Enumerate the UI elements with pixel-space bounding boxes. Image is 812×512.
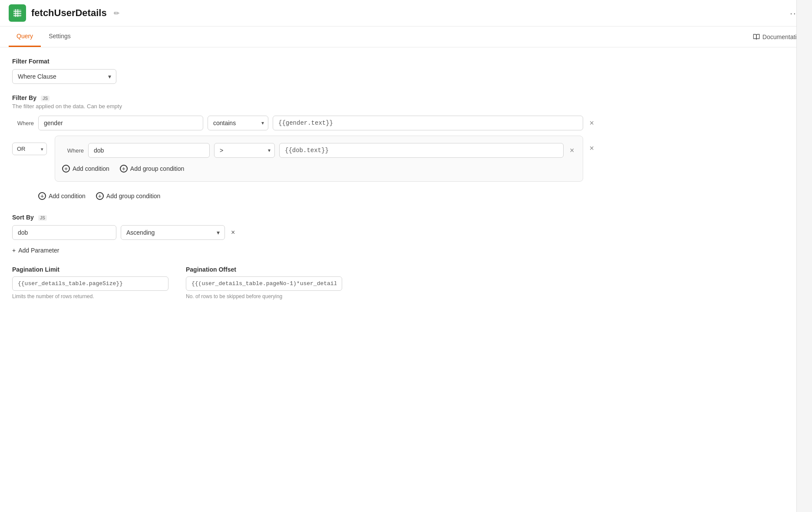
pagination-offset-sublabel: No. of rows to be skipped before queryin…: [186, 293, 342, 299]
group-add-row: + Add condition + Add group condition: [62, 163, 576, 174]
edit-icon[interactable]: ✏: [114, 9, 119, 17]
group-add-group-btn[interactable]: + Add group condition: [120, 163, 185, 174]
app-header: fetchUserDetails ✏ ···: [0, 0, 812, 27]
filter-by-label: Filter By JS: [12, 94, 596, 101]
group-add-condition-btn[interactable]: + Add condition: [62, 163, 109, 174]
pagination-limit-sublabel: Limits the number of rows returned.: [12, 293, 168, 299]
group-close[interactable]: ×: [588, 143, 596, 154]
sort-close-btn[interactable]: ×: [229, 227, 237, 238]
group-field[interactable]: [88, 143, 210, 158]
group-operator[interactable]: > contains = != <: [214, 143, 275, 158]
sort-order-wrapper: Ascending Descending: [121, 225, 225, 240]
or-connector-select[interactable]: OR AND: [12, 143, 47, 155]
pagination-offset-input[interactable]: [186, 276, 342, 291]
outer-add-condition-btn[interactable]: + Add condition: [38, 190, 86, 202]
tabs-bar: Query Settings Documentation: [0, 27, 812, 47]
outer-add-group-btn[interactable]: + Add group condition: [96, 190, 161, 202]
filter-format-select-wrapper: Where Clause Object: [12, 69, 116, 84]
group-box: Where > contains = != < ×: [55, 136, 583, 182]
outer-add-row: + Add condition + Add group condition: [38, 190, 596, 202]
group-condition-close[interactable]: ×: [568, 145, 576, 156]
plus-circle-icon-2: +: [120, 165, 128, 173]
pagination-offset-label: Pagination Offset: [186, 266, 342, 273]
sort-row: Ascending Descending ×: [12, 225, 596, 240]
sort-order-select[interactable]: Ascending Descending: [121, 225, 225, 240]
documentation-button[interactable]: Documentation: [753, 33, 803, 40]
add-param-btn[interactable]: + Add Parameter: [12, 245, 59, 256]
condition-row-1: Where contains = != > < ×: [12, 116, 596, 130]
group-condition-row: Where > contains = != < ×: [62, 143, 576, 158]
where-label-1: Where: [12, 120, 34, 126]
sort-by-js-badge: JS: [38, 215, 47, 221]
or-connector-wrapper: OR AND: [12, 143, 47, 155]
pagination-limit-label: Pagination Limit: [12, 266, 168, 273]
page-title: fetchUserDetails: [31, 7, 107, 19]
pagination-limit-block: Pagination Limit Limits the number of ro…: [12, 266, 168, 299]
pagination-offset-block: Pagination Offset No. of rows to be skip…: [186, 266, 342, 299]
group-operator-wrapper: > contains = != <: [214, 143, 275, 158]
tabs: Query Settings: [9, 27, 79, 47]
filter-format-select[interactable]: Where Clause Object: [12, 69, 116, 84]
plus-circle-icon-5: +: [12, 247, 16, 254]
condition1-value[interactable]: [273, 116, 583, 130]
sort-by-section: Sort By JS Ascending Descending × + Add …: [12, 214, 596, 256]
plus-circle-icon-3: +: [38, 192, 46, 200]
condition1-close[interactable]: ×: [588, 117, 596, 129]
pagination-limit-input[interactable]: [12, 276, 168, 291]
app-icon: [9, 4, 26, 22]
tab-settings[interactable]: Settings: [41, 27, 79, 47]
group-value[interactable]: [279, 143, 564, 158]
plus-circle-icon-4: +: [96, 192, 104, 200]
condition1-field[interactable]: [38, 116, 203, 130]
tab-query[interactable]: Query: [9, 27, 41, 47]
main-content: Filter Format Where Clause Object Filter…: [0, 47, 608, 310]
filter-by-sublabel: The filter applied on the data. Can be e…: [12, 103, 596, 110]
plus-circle-icon: +: [62, 165, 70, 173]
condition1-operator-wrapper: contains = != > <: [208, 116, 268, 130]
sort-by-label: Sort By JS: [12, 214, 596, 221]
filter-by-js-badge: JS: [41, 96, 50, 101]
filter-by-section: Filter By JS The filter applied on the d…: [12, 94, 596, 202]
condition1-operator[interactable]: contains = != > <: [208, 116, 268, 130]
group-container: Where > contains = != < ×: [55, 136, 583, 187]
pagination-section: Pagination Limit Limits the number of ro…: [12, 266, 596, 299]
sort-field-input[interactable]: [12, 225, 116, 240]
where-label-group: Where: [62, 147, 84, 154]
right-panel: [796, 0, 812, 512]
filter-format-label: Filter Format: [12, 58, 596, 65]
filter-format-section: Filter Format Where Clause Object: [12, 58, 596, 84]
group-outer-row: OR AND Where > contains =: [12, 136, 596, 187]
